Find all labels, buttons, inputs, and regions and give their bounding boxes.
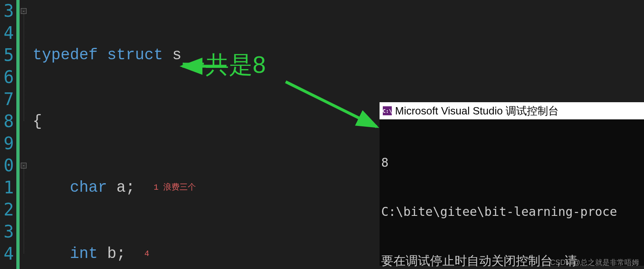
vs-icon: C:\ bbox=[383, 106, 392, 115]
console-titlebar[interactable]: C:\ Microsoft Visual Studio 调试控制台 bbox=[380, 102, 644, 119]
line-number: 4 bbox=[0, 22, 14, 44]
annotation-callout: 一共是8 bbox=[182, 49, 266, 81]
fold-gutter: - - bbox=[16, 0, 29, 269]
line-number: 9 bbox=[0, 132, 14, 155]
line-number: 7 bbox=[0, 88, 14, 110]
line-number: 4 bbox=[0, 243, 14, 265]
line-number: 8 bbox=[0, 110, 14, 132]
inline-annotation: 4 bbox=[144, 249, 149, 258]
console-title-text: Microsoft Visual Studio 调试控制台 bbox=[395, 104, 559, 118]
console-line: C:\bite\gitee\bit-learning-proce bbox=[381, 204, 642, 220]
line-number: 1 bbox=[0, 177, 14, 199]
console-output[interactable]: 8 C:\bite\gitee\bit-learning-proce 要在调试停… bbox=[380, 119, 644, 269]
line-number-gutter: 3 4 5 6 7 8 9 0 1 2 3 4 bbox=[0, 0, 16, 269]
line-number: 5 bbox=[0, 44, 14, 66]
debug-console-window[interactable]: C:\ Microsoft Visual Studio 调试控制台 8 C:\b… bbox=[380, 102, 644, 266]
fold-toggle-icon[interactable]: - bbox=[21, 163, 27, 168]
console-line: 8 bbox=[381, 155, 642, 171]
change-indicator bbox=[16, 0, 20, 269]
line-number: 6 bbox=[0, 66, 14, 88]
code-line: typedef struct s bbox=[33, 44, 644, 66]
line-number: 0 bbox=[0, 155, 14, 177]
inline-annotation: 1 浪费三个 bbox=[153, 183, 196, 192]
fold-toggle-icon[interactable]: - bbox=[21, 8, 27, 14]
line-number: 3 bbox=[0, 0, 14, 22]
line-number: 2 bbox=[0, 199, 14, 221]
line-number: 3 bbox=[0, 221, 14, 243]
watermark: CSDN @总之就是非常唔姆 bbox=[550, 258, 639, 267]
